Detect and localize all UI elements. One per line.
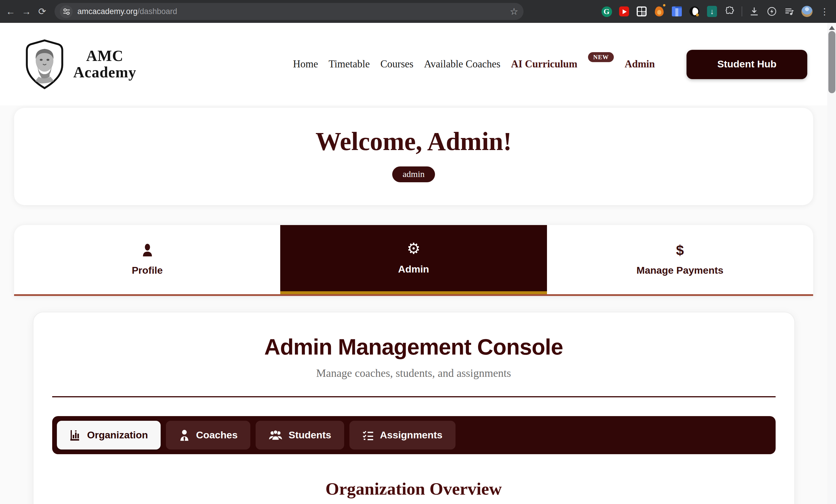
console-tab-students[interactable]: Students <box>256 421 344 449</box>
gear-icon: ⚙ <box>407 241 421 256</box>
tab-manage-payments[interactable]: $ Manage Payments <box>547 225 813 294</box>
url-host: amcacademy.org <box>77 7 137 16</box>
console-tab-organization-label: Organization <box>87 429 148 441</box>
student-hub-button[interactable]: Student Hub <box>686 50 807 79</box>
tab-profile-label: Profile <box>132 265 163 276</box>
main-nav: Home Timetable Courses Available Coaches… <box>293 50 807 79</box>
console-subtitle: Manage coaches, students, and assignment… <box>33 367 794 380</box>
reload-icon[interactable]: ⟳ <box>36 5 48 17</box>
brand-name: AMC Academy <box>73 48 136 80</box>
qr-code-extension-icon[interactable] <box>636 6 647 17</box>
console-tab-students-label: Students <box>289 429 331 441</box>
tab-manage-payments-label: Manage Payments <box>636 265 723 276</box>
console-tab-assignments-label: Assignments <box>380 429 443 441</box>
admin-console-card: Admin Management Console Manage coaches,… <box>33 312 795 504</box>
screenshot-stage: ← → ⟳ amcacademy.org/dashboard ☆ G <box>0 0 836 504</box>
url-path: /dashboard <box>137 7 177 16</box>
site-settings-icon[interactable] <box>60 5 73 18</box>
tab-profile[interactable]: Profile <box>14 225 281 294</box>
browser-menu-icon[interactable]: ⋮ <box>819 6 830 17</box>
list-check-icon <box>362 430 374 441</box>
downloads-icon[interactable] <box>749 6 760 17</box>
scrollbar-up-arrow[interactable] <box>829 26 835 30</box>
media-extension-icon[interactable] <box>619 6 630 17</box>
extensions-row: G ↓ ⋮ <box>533 6 831 17</box>
site-header: AMC Academy Home Timetable Courses Avail… <box>0 23 827 105</box>
nav-home[interactable]: Home <box>293 58 318 70</box>
welcome-card: Welcome, Admin! admin <box>14 108 813 205</box>
nav-timetable[interactable]: Timetable <box>328 58 370 70</box>
playlist-icon[interactable] <box>784 6 795 17</box>
organization-overview-title: Organization Overview <box>33 479 794 499</box>
console-tab-coaches[interactable]: Coaches <box>166 421 251 449</box>
page-content: AMC Academy Home Timetable Courses Avail… <box>0 23 827 504</box>
console-tab-assignments[interactable]: Assignments <box>349 421 456 449</box>
scrollbar-thumb[interactable] <box>828 31 835 93</box>
admin-console-tabs: Organization Coaches <box>52 416 775 454</box>
forward-icon[interactable]: → <box>20 5 32 17</box>
back-icon[interactable]: ← <box>5 5 16 17</box>
nav-admin[interactable]: Admin <box>625 58 655 70</box>
toolbar-separator <box>742 6 742 16</box>
users-icon <box>269 430 283 441</box>
tab-admin-label: Admin <box>398 264 429 275</box>
fire-extension-icon[interactable] <box>654 6 665 17</box>
dollar-icon: $ <box>676 243 684 257</box>
role-badge: admin <box>392 167 435 182</box>
nav-courses[interactable]: Courses <box>380 58 414 70</box>
browser-toolbar: ← → ⟳ amcacademy.org/dashboard ☆ G <box>0 0 836 23</box>
downloader-extension-icon[interactable]: ↓ <box>706 6 718 17</box>
nav-available-coaches[interactable]: Available Coaches <box>424 58 500 70</box>
window-extension-icon[interactable] <box>671 6 682 17</box>
profile-avatar[interactable] <box>801 6 813 17</box>
circle-extension-icon[interactable] <box>689 6 700 17</box>
new-badge: NEW <box>588 52 614 62</box>
grammarly-extension-icon[interactable]: G <box>601 6 612 17</box>
shield-bust-logo-icon <box>23 38 66 91</box>
user-icon <box>140 243 154 257</box>
user-tie-icon <box>179 429 190 441</box>
console-divider <box>52 396 775 398</box>
page-scrollbar[interactable] <box>827 23 836 504</box>
welcome-title: Welcome, Admin! <box>14 127 813 156</box>
lighthouse-icon[interactable] <box>766 6 777 17</box>
console-tab-coaches-label: Coaches <box>196 429 238 441</box>
brand-logo[interactable]: AMC Academy <box>23 38 136 91</box>
dashboard-tab-bar: Profile ⚙ Admin $ Manage Payments <box>14 225 813 296</box>
tab-admin[interactable]: ⚙ Admin <box>281 225 547 294</box>
nav-ai-curriculum[interactable]: AI Curriculum <box>511 58 577 70</box>
bookmark-star-icon[interactable]: ☆ <box>510 6 518 17</box>
address-bar[interactable]: amcacademy.org/dashboard ☆ <box>55 3 524 20</box>
console-title: Admin Management Console <box>33 335 794 360</box>
console-tab-organization[interactable]: Organization <box>57 421 161 449</box>
bar-chart-icon <box>70 429 81 441</box>
extensions-puzzle-icon[interactable] <box>724 6 735 17</box>
